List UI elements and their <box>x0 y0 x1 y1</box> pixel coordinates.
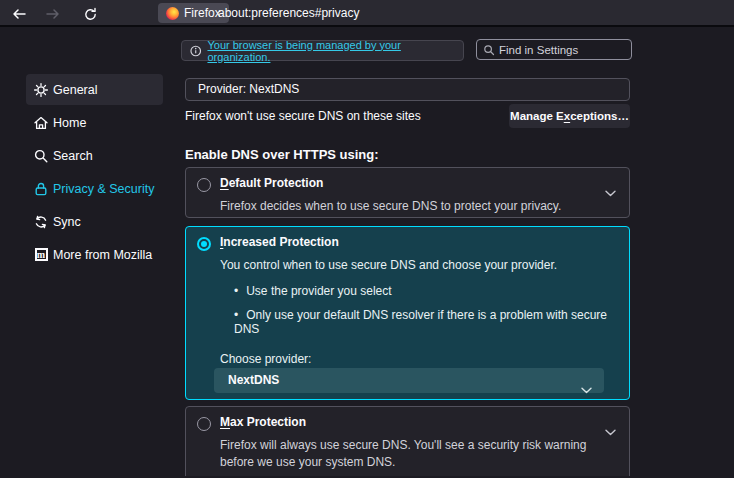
manage-exceptions-text-post: ceptions… <box>570 110 629 122</box>
provider-dropdown-value: NextDNS <box>228 373 279 387</box>
sidebar-label-home: Home <box>53 116 86 130</box>
sidebar-label-sync: Sync <box>53 215 81 229</box>
identity-label: Firefox <box>184 6 221 20</box>
sidebar-item-privacy-security[interactable]: Privacy & Security <box>26 173 163 204</box>
doh-option-increased[interactable]: Increased Protection You control when to… <box>185 226 630 400</box>
provider-dropdown[interactable]: NextDNS <box>214 368 604 393</box>
sidebar-item-search[interactable]: Search <box>26 140 163 171</box>
manage-exceptions-button[interactable]: Manage Exceptions… <box>509 104 630 128</box>
info-icon <box>190 45 201 57</box>
choose-provider-label: Choose provider: <box>220 352 311 366</box>
sidebar-item-more-from-mozilla[interactable]: More from Mozilla <box>26 239 163 270</box>
settings-search-input[interactable] <box>499 40 629 59</box>
doh-heading: Enable DNS over HTTPS using: <box>185 147 379 162</box>
increased-bullet-2: Only use your default DNS resolver if th… <box>234 308 629 336</box>
increased-protection-radio[interactable] <box>197 237 211 251</box>
sidebar-label-privacy-security: Privacy & Security <box>53 182 154 196</box>
increased-protection-label[interactable]: Increased Protection <box>220 235 339 249</box>
provider-status-text: Provider: NextDNS <box>198 82 299 96</box>
managed-by-org-link[interactable]: Your browser is being managed by your or… <box>207 39 455 63</box>
increased-bullet-1: Use the provider you select <box>234 284 392 298</box>
gear-icon <box>33 82 49 98</box>
default-protection-radio[interactable] <box>197 178 211 192</box>
sync-icon <box>33 214 49 230</box>
firefox-window: Firefox about:preferences#privacy Genera… <box>0 0 734 478</box>
sidebar-label-general: General <box>53 83 97 97</box>
settings-search <box>476 39 632 60</box>
doh-option-default[interactable]: Default Protection Firefox decides when … <box>185 167 630 218</box>
lock-icon <box>33 181 49 197</box>
url-bar[interactable]: about:preferences#privacy <box>218 6 359 20</box>
doh-option-max[interactable]: Max Protection Firefox will always use s… <box>185 406 630 476</box>
search-field-icon <box>483 44 495 56</box>
default-protection-label[interactable]: Default Protection <box>220 176 323 190</box>
settings-page: General Home Search Privacy & Security <box>0 27 734 476</box>
settings-sidebar: General Home Search Privacy & Security <box>26 74 163 272</box>
default-accesskey: D <box>220 176 229 190</box>
managed-notification: Your browser is being managed by your or… <box>181 40 464 61</box>
default-protection-desc: Firefox decides when to use secure DNS t… <box>220 198 561 215</box>
sidebar-label-more-from-mozilla: More from Mozilla <box>53 248 152 262</box>
back-icon[interactable] <box>10 5 28 23</box>
sidebar-item-sync[interactable]: Sync <box>26 206 163 237</box>
reload-icon[interactable] <box>81 5 99 23</box>
increased-protection-desc: You control when to use secure DNS and c… <box>220 257 557 274</box>
default-chevron-down-icon[interactable] <box>605 183 616 201</box>
increased-label-rest: ncreased Protection <box>223 235 338 249</box>
home-icon <box>33 115 49 131</box>
max-accesskey: M <box>220 415 230 429</box>
default-label-rest: efault Protection <box>229 176 324 190</box>
exceptions-label: Firefox won't use secure DNS on these si… <box>185 109 421 123</box>
browser-toolbar: Firefox about:preferences#privacy <box>0 0 734 27</box>
provider-status-box: Provider: NextDNS <box>185 78 630 101</box>
mozilla-icon <box>33 247 49 263</box>
firefox-logo-icon <box>166 7 179 20</box>
max-protection-label[interactable]: Max Protection <box>220 415 306 429</box>
sidebar-item-home[interactable]: Home <box>26 107 163 138</box>
forward-icon[interactable] <box>44 5 62 23</box>
provider-dropdown-chevron-icon <box>581 378 592 403</box>
max-label-rest: ax Protection <box>230 415 306 429</box>
sidebar-label-search: Search <box>53 149 93 163</box>
sidebar-item-general[interactable]: General <box>26 74 163 105</box>
search-icon <box>33 148 49 164</box>
max-protection-desc: Firefox will always use secure DNS. You'… <box>220 437 608 471</box>
max-protection-radio[interactable] <box>197 417 211 431</box>
manage-exceptions-text-pre: Manage E <box>510 110 564 122</box>
